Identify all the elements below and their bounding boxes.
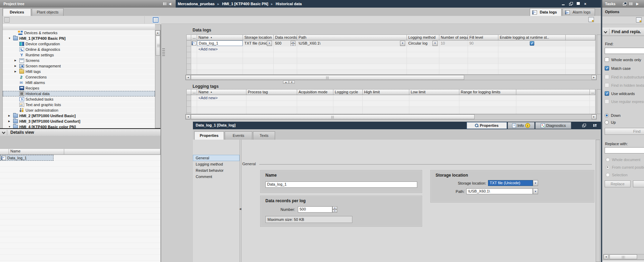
- expander-expanded-icon[interactable]: [8, 36, 13, 41]
- tree-item-hmi1[interactable]: HMI_1 [KTP400 Basic PN]: [3, 36, 155, 41]
- task-card-icon[interactable]: [636, 17, 642, 22]
- radio-unselected[interactable]: [605, 120, 609, 124]
- replace-all-button-clipped[interactable]: [633, 180, 644, 187]
- tree-item-screens[interactable]: Screens: [3, 58, 155, 63]
- option-match-case[interactable]: Match case: [605, 66, 644, 71]
- tree-item-historical-data[interactable]: Historical data: [3, 91, 155, 96]
- data-records-cell[interactable]: 500 ▲▼: [274, 40, 297, 46]
- spinner-control[interactable]: ▲▼: [291, 41, 295, 46]
- tree-item-runtime-settings[interactable]: Runtime settings: [3, 52, 155, 58]
- direction-down[interactable]: Down: [605, 113, 621, 118]
- collapse-chevron-icon[interactable]: [604, 30, 607, 33]
- name-cell[interactable]: Data_log_1: [197, 40, 243, 46]
- dropdown-arrow-icon[interactable]: [533, 188, 538, 194]
- add-new-cell[interactable]: <Add new>: [197, 95, 246, 101]
- tree-item-hmi2[interactable]: HMI_2 [MTP1000 Unified Basic]: [3, 113, 155, 119]
- logging-method-cell[interactable]: Circular log: [407, 40, 439, 46]
- tree-item-screen-management[interactable]: Screen management: [3, 63, 155, 69]
- sort-filter-icon[interactable]: [4, 17, 10, 22]
- replace-input[interactable]: [605, 147, 644, 153]
- find-replace-header[interactable]: Find and repla.: [602, 28, 644, 36]
- nav-general[interactable]: General: [193, 155, 240, 161]
- scroll-right-icon[interactable]: ►: [592, 75, 596, 80]
- splitter-grip[interactable]: [162, 48, 165, 56]
- collapse-panel-icon[interactable]: ▶: [636, 0, 638, 8]
- radio-selected[interactable]: [605, 113, 609, 118]
- tree-item-text-graphic-lists[interactable]: Text and graphic lists: [3, 102, 155, 107]
- project-tree-scrollbar[interactable]: ▲: [155, 30, 160, 128]
- path-select[interactable]: \USB_X60.1\: [466, 188, 533, 194]
- logging-tags-hscrollbar[interactable]: ◄ ►: [185, 114, 597, 120]
- view-tab-diagnostics[interactable]: Diagnostics: [535, 122, 571, 129]
- nav-comment[interactable]: Comment: [193, 174, 240, 180]
- name-input[interactable]: Data_log_1: [197, 40, 243, 46]
- pane-toggle-icon[interactable]: [163, 2, 167, 6]
- scroll-left-icon[interactable]: ◄: [604, 254, 608, 259]
- nav-splitter[interactable]: ◀: [240, 140, 242, 262]
- dropdown-arrow-icon[interactable]: [400, 41, 405, 46]
- add-new-row[interactable]: <Add new>: [187, 95, 595, 101]
- scroll-left-icon[interactable]: ◄: [186, 75, 191, 80]
- tree-item-user-administration[interactable]: User administration: [3, 107, 155, 113]
- high-limit-column-header[interactable]: High limit: [363, 90, 409, 95]
- range-column-header[interactable]: Range for logging limits: [459, 90, 516, 95]
- float-panel-icon[interactable]: [623, 2, 627, 6]
- data-records-column-header[interactable]: Data records ...: [274, 35, 297, 40]
- fill-level-column-header[interactable]: Fill level: [468, 35, 498, 40]
- dots-column-header[interactable]: ...: [191, 90, 197, 95]
- tab-devices[interactable]: Devices: [3, 8, 31, 16]
- checkbox-checked[interactable]: [605, 66, 609, 71]
- view-tab-properties[interactable]: Properties: [467, 122, 507, 129]
- details-row-data-log-1[interactable]: Data_log_1: [0, 155, 53, 161]
- details-name-column[interactable]: Name: [9, 149, 64, 155]
- dropdown-arrow-icon[interactable]: [533, 180, 538, 186]
- number-input[interactable]: 500: [298, 206, 332, 213]
- expander-collapsed-icon[interactable]: [8, 119, 13, 124]
- dots2-column-header[interactable]: ...: [590, 90, 595, 95]
- minimize-icon[interactable]: [562, 2, 565, 6]
- pane-toggle-icon[interactable]: [630, 2, 633, 6]
- tree-item-hmi4[interactable]: HMI_4 [KTP400 Basic color PN]: [3, 124, 155, 128]
- number-spinner[interactable]: ▲▼: [332, 206, 337, 213]
- add-new-row[interactable]: <Add new>: [187, 46, 595, 52]
- breadcrumb-page[interactable]: Historical data: [276, 2, 302, 6]
- data-logs-hscrollbar[interactable]: ◄ ►: [185, 75, 597, 80]
- option-whole-words[interactable]: Whole words only: [605, 57, 644, 62]
- tree-item-device-configuration[interactable]: Device configuration: [3, 41, 155, 47]
- enable-logging-column-header[interactable]: Enable logging at runtime st..: [498, 35, 566, 40]
- collapse-chevron-icon[interactable]: [2, 131, 5, 134]
- checkbox-checked[interactable]: [605, 91, 609, 96]
- table-splitter[interactable]: ▲▼: [283, 81, 295, 84]
- enable-logging-checkbox-checked[interactable]: [530, 41, 534, 46]
- path-cell[interactable]: \USB_X60.1\: [297, 40, 407, 46]
- expander-collapsed-icon[interactable]: [14, 69, 19, 74]
- dots-column-header[interactable]: ...: [191, 35, 197, 40]
- tab-alarm-logs[interactable]: Alarm logs: [563, 8, 595, 16]
- tree-item-hmi-tags[interactable]: HMI tags: [3, 69, 155, 74]
- properties-vscrollbar[interactable]: [596, 140, 600, 262]
- dropdown-arrow-icon[interactable]: [432, 41, 438, 46]
- log-name-input[interactable]: Data_log_1: [265, 181, 417, 188]
- breadcrumb-device[interactable]: HMI_1 [KTP400 Basic PN]: [222, 2, 268, 6]
- column-display-icon[interactable]: [153, 17, 158, 22]
- tree-item-hmi3[interactable]: HMI_3 [MTP1000 Unified Comfort]: [3, 119, 155, 124]
- tab-events[interactable]: Events: [225, 131, 252, 140]
- expander-collapsed-icon[interactable]: [14, 63, 19, 69]
- row-handle[interactable]: [187, 40, 191, 46]
- checkbox-unchecked[interactable]: [605, 57, 609, 62]
- find-input[interactable]: [605, 48, 644, 54]
- tree-item-connections[interactable]: Connections: [3, 74, 155, 80]
- name-column-header[interactable]: Name: [197, 35, 243, 40]
- float-panel-icon[interactable]: [582, 124, 586, 127]
- collapse-panel-icon[interactable]: ◀: [169, 0, 171, 8]
- data-log-row[interactable]: Data_log_1 TXT file (Unicode) 500 ▲▼ \US…: [187, 40, 595, 46]
- enable-logging-cell[interactable]: [498, 40, 566, 46]
- restore-icon[interactable]: [569, 2, 573, 6]
- nav-logging-method[interactable]: Logging method: [193, 161, 240, 167]
- acquisition-mode-column-header[interactable]: Acquisition mode: [297, 90, 333, 95]
- dropdown-arrow-icon[interactable]: [267, 41, 272, 46]
- languages-resources-header[interactable]: ▶ Languages & resources: [602, 260, 644, 262]
- tab-data-logs[interactable]: Data logs: [530, 8, 562, 16]
- panel-menu-icon[interactable]: ▼: [595, 123, 597, 127]
- direction-up[interactable]: Up: [605, 120, 616, 124]
